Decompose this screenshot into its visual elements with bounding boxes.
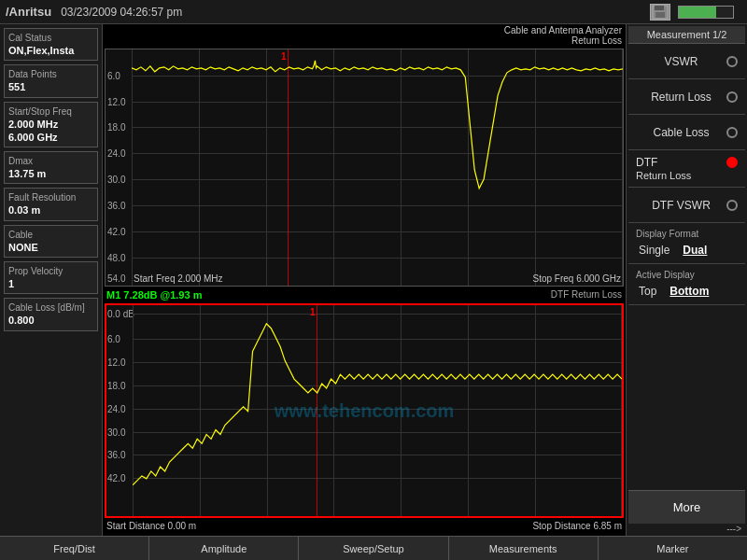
marker-info: M1 7.28dB @1.93 m xyxy=(106,289,202,301)
bot-y-label-0: 0.0 dB xyxy=(107,309,134,319)
nav-measurements[interactable]: Measurements xyxy=(449,537,599,560)
y-label-2: 18.0 xyxy=(107,122,125,133)
bot-y-label-5: 30.0 xyxy=(107,427,125,437)
bot-y-label-7: 42.0 xyxy=(107,473,125,483)
bot-y-label-4: 24.0 xyxy=(107,403,125,413)
y-label-7: 48.0 xyxy=(107,252,125,262)
prop-vel-value: 1 xyxy=(8,277,93,290)
cable-loss-label: Cable Loss [dB/m] xyxy=(8,301,93,314)
sidebar-dmax: Dmax 13.75 m xyxy=(4,151,98,184)
floppy-icon xyxy=(650,4,670,21)
cable-label: Cable xyxy=(8,229,93,241)
sidebar-cal-status: Cal Status ON,Flex,Insta xyxy=(4,28,98,61)
display-format-single[interactable]: Single xyxy=(636,243,672,258)
left-sidebar: Cal Status ON,Flex,Insta Data Points 551… xyxy=(0,24,103,536)
more-button[interactable]: More xyxy=(628,490,745,524)
return-loss-button[interactable]: Return Loss xyxy=(628,79,745,115)
cable-value: NONE xyxy=(8,241,93,254)
dmax-label: Dmax xyxy=(8,155,93,167)
bottom-nav: Freq/Dist Amplitude Sweep/Setup Measurem… xyxy=(0,536,747,560)
nav-amplitude[interactable]: Amplitude xyxy=(149,537,299,560)
y-label-6: 42.0 xyxy=(107,226,125,236)
main-layout: Cal Status ON,Flex,Insta Data Points 551… xyxy=(0,24,747,536)
cable-loss-value: 0.800 xyxy=(8,314,93,327)
cable-loss-btn-label: Cable Loss xyxy=(636,126,726,139)
dtf-return-loss-button[interactable]: DTF Return Loss xyxy=(628,150,745,188)
vswr-radio xyxy=(726,56,738,67)
svg-rect-1 xyxy=(655,6,664,10)
y-label-8: 54.0 xyxy=(107,273,125,284)
active-display-section: Active Display Top Bottom xyxy=(628,264,745,305)
bot-y-label-2: 12.0 xyxy=(107,357,125,368)
cal-status-value: ON,Flex,Insta xyxy=(8,44,93,57)
display-format-section: Display Format Single Dual xyxy=(628,223,745,264)
nav-marker[interactable]: Marker xyxy=(599,537,747,560)
chart-top-title: Cable and Antenna Analyzer Return Loss xyxy=(504,25,622,46)
sidebar-cable: Cable NONE xyxy=(4,225,98,258)
dmax-value: 13.75 m xyxy=(8,167,93,180)
bot-y-label-3: 18.0 xyxy=(107,380,125,390)
sidebar-cable-loss: Cable Loss [dB/m] 0.800 xyxy=(4,298,98,330)
top-chart-svg xyxy=(132,49,623,281)
cable-loss-radio xyxy=(726,127,738,138)
bottom-chart-svg xyxy=(133,305,622,512)
return-loss-label: Return Loss xyxy=(636,91,726,104)
datetime: 03/23/2009 04:26:57 pm xyxy=(61,6,650,19)
y-label-4: 30.0 xyxy=(107,175,125,185)
fault-res-value: 0.03 m xyxy=(8,203,93,217)
bot-waveform xyxy=(133,324,622,485)
arrow-indicator: ---> xyxy=(628,524,745,534)
y-label-1: 12.0 xyxy=(107,96,125,106)
svg-rect-2 xyxy=(655,12,665,18)
bot-y-label-6: 36.0 xyxy=(107,450,125,460)
start-freq-label: Start Freq 2.000 MHz xyxy=(134,273,223,284)
dtf-vswr-label: DTF VSWR xyxy=(636,199,726,212)
cal-status-label: Cal Status xyxy=(8,32,93,44)
sidebar-data-points: Data Points 551 xyxy=(4,64,98,97)
sidebar-freq: Start/Stop Freq 2.000 MHz 6.000 GHz xyxy=(4,102,98,148)
bot-y-label-1: 6.0 xyxy=(107,334,120,344)
display-format-dual[interactable]: Dual xyxy=(680,243,710,258)
cable-loss-button[interactable]: Cable Loss xyxy=(628,115,745,150)
dtf-return-loss-label: DTF xyxy=(636,156,726,169)
active-display-title: Active Display xyxy=(636,270,738,280)
display-format-options: Single Dual xyxy=(636,243,738,258)
display-format-title: Display Format xyxy=(636,229,738,239)
nav-sweep-setup[interactable]: Sweep/Setup xyxy=(299,537,448,560)
dtf-return-loss-radio xyxy=(726,157,738,168)
stop-freq-label: Stop Freq 6.000 GHz xyxy=(533,273,622,284)
active-display-bottom[interactable]: Bottom xyxy=(667,284,712,299)
nav-freq-dist[interactable]: Freq/Dist xyxy=(0,537,149,560)
between-charts: M1 7.28dB @1.93 m DTF Return Loss xyxy=(103,288,626,301)
chart-top: 6.0 12.0 18.0 24.0 30.0 36.0 42.0 48.0 5… xyxy=(105,49,624,287)
stop-distance: Stop Distance 6.85 m xyxy=(532,521,622,531)
chart-top-header: Cable and Antenna Analyzer Return Loss xyxy=(103,24,626,47)
dtf-vswr-button[interactable]: DTF VSWR xyxy=(628,188,745,223)
return-loss-radio xyxy=(726,91,738,103)
fault-res-label: Fault Resolution xyxy=(8,191,93,203)
active-display-top[interactable]: Top xyxy=(636,284,659,299)
active-display-options: Top Bottom xyxy=(636,284,738,299)
top-bar: /Anritsu 03/23/2009 04:26:57 pm xyxy=(0,0,747,24)
dtf-label: DTF Return Loss xyxy=(551,289,622,301)
center-area: Cable and Antenna Analyzer Return Loss 6… xyxy=(103,24,626,536)
freq-label: Start/Stop Freq xyxy=(8,105,93,118)
chart-bottom: 0.0 dB 6.0 12.0 18.0 24.0 30.0 36.0 42.0 xyxy=(105,303,624,518)
logo: /Anritsu xyxy=(6,5,51,19)
top-waveform xyxy=(132,61,623,189)
freq-start: 2.000 MHz xyxy=(8,118,93,131)
y-label-3: 24.0 xyxy=(107,148,125,159)
right-sidebar: Measurement 1/2 VSWR Return Loss Cable L… xyxy=(626,24,747,536)
y-label-0: 6.0 xyxy=(107,70,120,80)
freq-stop: 6.000 GHz xyxy=(8,131,93,144)
vswr-button[interactable]: VSWR xyxy=(628,44,745,79)
dtf-vswr-radio xyxy=(726,200,738,211)
distance-labels: Start Distance 0.00 m Stop Distance 6.85… xyxy=(103,520,626,532)
battery-indicator xyxy=(678,6,734,19)
data-points-value: 551 xyxy=(8,80,93,93)
sidebar-fault-res: Fault Resolution 0.03 m xyxy=(4,188,98,220)
measurement-header: Measurement 1/2 xyxy=(628,26,745,44)
start-distance: Start Distance 0.00 m xyxy=(106,521,196,531)
data-points-label: Data Points xyxy=(8,68,93,80)
prop-vel-label: Prop Velocity xyxy=(8,265,93,277)
